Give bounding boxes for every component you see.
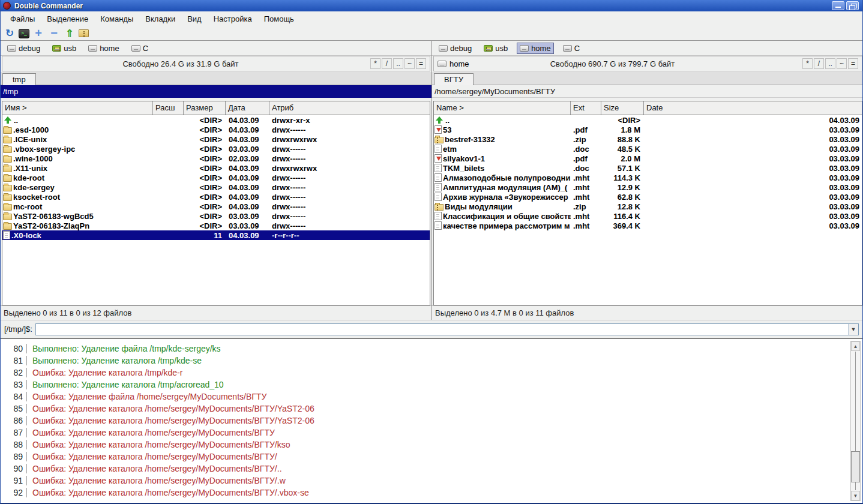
scroll-up-icon[interactable]: ▲ bbox=[851, 341, 860, 351]
file-row[interactable]: YaST2-06183-wgBcd5<DIR>03.03.09drwx-----… bbox=[2, 211, 430, 221]
command-dropdown-icon[interactable]: ▼ bbox=[848, 324, 858, 335]
file-row[interactable]: YaST2-06183-ZlaqPn<DIR>03.03.09drwx-----… bbox=[2, 221, 430, 230]
file-name: kde-sergey bbox=[13, 183, 55, 192]
cell: <DIR> bbox=[184, 154, 226, 163]
file-row[interactable]: .ICE-unix<DIR>04.03.09drwxrwxrwx bbox=[2, 134, 430, 144]
left-quick-=[interactable]: = bbox=[416, 58, 426, 69]
right-free-space-label: Свободно 690.7 G из 799.7 G байт bbox=[434, 59, 791, 68]
left-drive-home[interactable]: home bbox=[85, 43, 122, 54]
file-row[interactable]: Классификация и общие свойств.mht116.4 K… bbox=[434, 211, 862, 221]
file-row[interactable]: kde-root<DIR>04.03.09drwx------ bbox=[2, 173, 430, 182]
left-quick-*[interactable]: * bbox=[370, 58, 380, 69]
cell: <DIR> bbox=[184, 116, 226, 125]
left-header-Дата[interactable]: Дата bbox=[226, 101, 269, 115]
archive-icon[interactable] bbox=[79, 29, 89, 37]
scroll-down-icon[interactable]: ▼ bbox=[851, 491, 860, 500]
file-row[interactable]: ksocket-root<DIR>04.03.09drwx------ bbox=[2, 192, 430, 202]
usb-icon bbox=[52, 45, 61, 52]
right-header-Ext[interactable]: Ext bbox=[571, 101, 601, 115]
file-row[interactable]: silyakov1-1.pdf2.0 M03.03.09 bbox=[434, 154, 862, 163]
right-drive-debug[interactable]: debug bbox=[436, 43, 475, 54]
file-row[interactable]: ..<DIR>04.03.09drwxr-xr-x bbox=[2, 115, 430, 125]
file-row[interactable]: ..<DIR>04.03.09 bbox=[434, 115, 862, 125]
left-header-Имя >[interactable]: Имя > bbox=[2, 101, 153, 115]
file-row[interactable]: Амплитудная модуляция (АМ)_(.mht12.9 K03… bbox=[434, 182, 862, 192]
menu-Вкладки[interactable]: Вкладки bbox=[139, 13, 181, 25]
file-row[interactable]: .X0-lock1104.03.09-r--r--r-- bbox=[2, 230, 430, 240]
cell: <DIR> bbox=[184, 221, 226, 230]
add-icon[interactable] bbox=[32, 28, 45, 40]
left-drive-debug[interactable]: debug bbox=[4, 43, 43, 54]
file-row[interactable]: kde-sergey<DIR>04.03.09drwx------ bbox=[2, 182, 430, 192]
file-row[interactable]: bestref-31332.zip88.8 K03.03.09 bbox=[434, 134, 862, 144]
log-line: 90Ошибка: Удаление каталога /home/sergey… bbox=[1, 463, 862, 475]
cell: drwx------ bbox=[269, 173, 430, 182]
right-tab-vgtu[interactable]: ВГТУ bbox=[434, 73, 474, 86]
file-row[interactable]: .X11-unix<DIR>04.03.09drwxrwxrwx bbox=[2, 163, 430, 173]
menu-Вид[interactable]: Вид bbox=[181, 13, 208, 25]
right-header-Size[interactable]: Size bbox=[601, 101, 644, 115]
terminal-icon[interactable] bbox=[19, 29, 29, 38]
file-name: .X0-lock bbox=[11, 231, 41, 240]
name-cell: .. bbox=[434, 116, 571, 125]
cell: drwxrwxrwx bbox=[269, 164, 430, 173]
left-quick-..[interactable]: .. bbox=[393, 58, 403, 69]
file-row[interactable]: Алмазоподобные полупроводни.mht114.3 K03… bbox=[434, 173, 862, 182]
left-header-Атриб[interactable]: Атриб bbox=[269, 101, 430, 115]
file-row[interactable]: .esd-1000<DIR>04.03.09drwx------ bbox=[2, 125, 430, 134]
left-quick-~[interactable]: ~ bbox=[404, 58, 415, 69]
right-quick-~[interactable]: ~ bbox=[837, 58, 847, 69]
left-drive-usb[interactable]: usb bbox=[49, 43, 79, 54]
drive-label: debug bbox=[450, 44, 472, 53]
menu-Помощь[interactable]: Помощь bbox=[258, 13, 300, 25]
drive-label: C bbox=[574, 44, 580, 53]
file-row[interactable]: Виды модуляции.zip12.8 K03.03.09 bbox=[434, 202, 862, 211]
left-drive-C[interactable]: C bbox=[128, 43, 151, 54]
file-row[interactable]: .vbox-sergey-ipc<DIR>03.03.09drwx------ bbox=[2, 144, 430, 154]
right-header-Name >[interactable]: Name > bbox=[434, 101, 571, 115]
title-bar: Double Commander bbox=[1, 0, 862, 11]
command-input[interactable] bbox=[36, 324, 848, 335]
right-quick-..[interactable]: .. bbox=[825, 58, 835, 69]
file-row[interactable]: 53.pdf1.8 M03.03.09 bbox=[434, 125, 862, 134]
remove-icon[interactable] bbox=[47, 28, 61, 40]
right-drive-home[interactable]: home bbox=[517, 43, 554, 54]
menu-Файлы[interactable]: Файлы bbox=[4, 13, 41, 25]
menu-Настройка[interactable]: Настройка bbox=[208, 13, 258, 25]
right-tab-strip: ВГТУ bbox=[432, 72, 863, 85]
right-column-headers: Name >ExtSizeDate bbox=[434, 101, 862, 115]
menu-Выделение[interactable]: Выделение bbox=[41, 13, 94, 25]
left-header-Размер[interactable]: Размер bbox=[184, 101, 226, 115]
right-quick-=[interactable]: = bbox=[848, 58, 858, 69]
drive-icon bbox=[88, 45, 97, 52]
file-row[interactable]: mc-root<DIR>04.03.09drwx------ bbox=[2, 202, 430, 211]
log-message: Ошибка: Удаление каталога /home/sergey/M… bbox=[27, 416, 314, 425]
folder-icon bbox=[3, 185, 12, 191]
right-header-Date[interactable]: Date bbox=[644, 101, 862, 115]
cell: .pdf bbox=[571, 125, 601, 134]
log-scrollbar[interactable]: ▲ ▼ bbox=[850, 341, 861, 501]
file-row[interactable]: .wine-1000<DIR>02.03.09drwx------ bbox=[2, 154, 430, 163]
left-quick-/[interactable]: / bbox=[382, 58, 392, 69]
right-quick-*[interactable]: * bbox=[802, 58, 813, 69]
menu-Команды[interactable]: Команды bbox=[94, 13, 139, 25]
left-header-Расш[interactable]: Расш bbox=[153, 101, 184, 115]
right-quick-/[interactable]: / bbox=[814, 58, 824, 69]
log-line-number: 81 bbox=[1, 356, 27, 365]
file-row[interactable]: etm.doc48.5 K03.03.09 bbox=[434, 144, 862, 154]
left-path-bar[interactable]: /tmp bbox=[1, 85, 432, 98]
file-row[interactable]: качестве примера рассмотрим м.mht369.4 K… bbox=[434, 221, 862, 230]
log-line: 82Ошибка: Удаление каталога /tmp/kde-r bbox=[1, 367, 862, 379]
up-icon[interactable] bbox=[63, 28, 76, 40]
minimize-button[interactable] bbox=[832, 1, 844, 10]
refresh-icon[interactable] bbox=[3, 28, 16, 40]
left-tab-tmp[interactable]: tmp bbox=[2, 73, 36, 86]
right-drive-usb[interactable]: usb bbox=[481, 43, 511, 54]
scroll-thumb[interactable] bbox=[851, 451, 860, 482]
restore-button[interactable] bbox=[846, 1, 859, 10]
file-row[interactable]: Архив журнала «Звукорежиссер.mht62.8 K03… bbox=[434, 192, 862, 202]
file-name: Виды модуляции bbox=[445, 202, 513, 211]
right-drive-C[interactable]: C bbox=[560, 43, 583, 54]
file-row[interactable]: TKM_bilets.doc57.1 K03.03.09 bbox=[434, 163, 862, 173]
right-path-bar[interactable]: /home/sergey/MyDocuments/ВГТУ bbox=[432, 85, 863, 98]
